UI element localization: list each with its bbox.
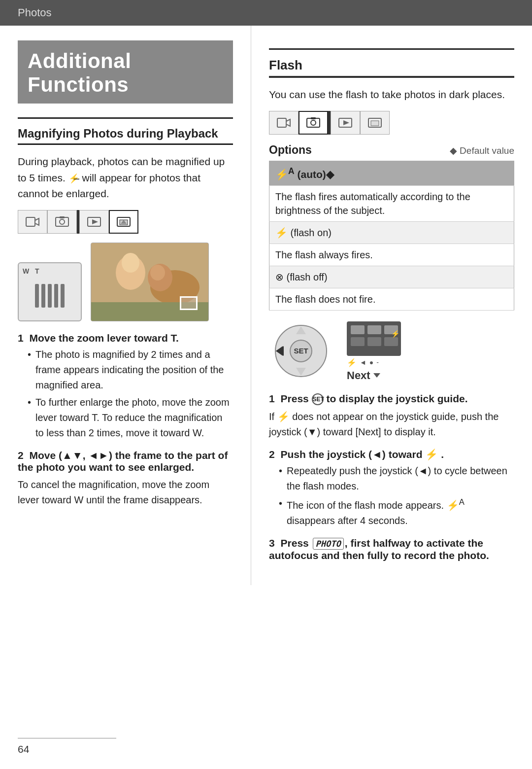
svg-marker-1 <box>35 218 39 225</box>
section-title-box: Additional Functions <box>18 40 233 104</box>
svg-rect-4 <box>60 216 65 218</box>
right-step-1-body: If ⚡ does not appear on the joystick gui… <box>269 409 514 440</box>
photo-preview <box>91 243 209 321</box>
right-step-3: 3 Press PHOTO, first halfway to activate… <box>269 537 514 561</box>
right-step-2-header: 2 Push the joystick (◄) toward ⚡ . <box>269 449 514 460</box>
right-step-3-title: Press PHOTO, first halfway to activate t… <box>269 537 489 561</box>
next-text: Next <box>347 369 370 382</box>
svg-rect-19 <box>307 118 320 127</box>
svg-point-3 <box>60 219 65 224</box>
step-1: 1 Move the zoom lever toward T. The phot… <box>18 332 233 441</box>
default-value-label: Default value <box>450 145 514 156</box>
joystick-area: SET ⚡ <box>269 321 514 382</box>
nav-left: ◄ <box>360 358 366 366</box>
r-mode-icon-photo <box>299 111 328 135</box>
chevron-down-icon <box>373 373 380 378</box>
section-title: Additional Functions <box>28 49 223 97</box>
step-1-num: 1 <box>18 332 24 344</box>
r-mode-icon-movie <box>269 111 299 135</box>
svg-text:⚡: ⚡ <box>391 330 400 338</box>
right-column: Flash You can use the flash to take phot… <box>251 26 532 585</box>
options-row-auto: ⚡A (auto)◆ <box>269 161 514 185</box>
mode-icon-photo <box>47 210 77 234</box>
set-button-icon: SET <box>312 393 324 405</box>
mode-icon-row-right <box>269 111 514 135</box>
svg-rect-34 <box>351 325 365 334</box>
options-row-flash-on-desc: The flash always fires. <box>269 244 514 266</box>
step-1-title: Move the zoom lever toward T. <box>30 332 179 344</box>
option-flash-off-label: ⊗ (flash off) <box>269 266 514 288</box>
photo-button-icon: PHOTO <box>313 538 344 550</box>
camera-diagram: W T <box>18 262 82 321</box>
page-number: 64 <box>18 738 116 755</box>
top-bar-label: Photos <box>18 6 52 19</box>
flash-sym-2: ● <box>369 358 373 366</box>
svg-rect-39 <box>384 337 398 346</box>
option-auto-desc: The flash fires automatically according … <box>269 185 514 221</box>
svg-point-15 <box>150 265 165 280</box>
left-column: Additional Functions Magnifying Photos d… <box>0 26 251 585</box>
right-step-2-bullet-2: The icon of the flash mode appears. ⚡A d… <box>279 496 514 528</box>
joystick-diagram: SET <box>269 321 333 381</box>
page-number-text: 64 <box>18 743 29 755</box>
next-icon-display: ⚡ <box>347 321 401 356</box>
step-2-num: 2 <box>18 450 24 461</box>
options-row: Options Default value <box>269 143 514 157</box>
step-1-bullet-1: The photo is magnified by 2 times and a … <box>28 347 233 393</box>
next-label-row: Next <box>347 369 380 382</box>
step-1-bullets: The photo is magnified by 2 times and a … <box>18 347 233 441</box>
intro-text: During playback, photos can be magnified… <box>18 154 233 202</box>
right-step-2-bullet-1: Repeatedly push the joystick (◄) to cycl… <box>279 463 514 494</box>
flash-sym-1: ⚡ <box>347 358 357 367</box>
svg-rect-21 <box>311 117 316 119</box>
next-sub-row: ⚡ ◄ ● - <box>347 358 379 367</box>
step-2-header: 2 Move (▲▼, ◄►) the frame to the part of… <box>18 450 233 473</box>
svg-marker-18 <box>286 119 290 126</box>
svg-rect-17 <box>277 118 286 127</box>
step-2-body: To cancel the magnification, move the zo… <box>18 477 233 508</box>
svg-marker-6 <box>92 219 98 224</box>
options-table: ⚡A (auto)◆ The flash fires automatically… <box>269 161 514 311</box>
step-2: 2 Move (▲▼, ◄►) the frame to the part of… <box>18 450 233 508</box>
option-auto-label: ⚡A (auto)◆ <box>269 161 514 185</box>
mode-icon-playback-photo <box>109 210 138 234</box>
svg-point-12 <box>122 253 139 273</box>
top-bar: Photos <box>0 0 532 26</box>
r-mode-icon-playback-movie <box>331 111 360 135</box>
svg-rect-0 <box>26 217 35 226</box>
svg-rect-35 <box>367 325 381 334</box>
joystick-svg: SET <box>269 321 333 381</box>
svg-point-20 <box>311 120 316 125</box>
r-mode-icon-playback-photo <box>360 111 390 135</box>
svg-rect-2 <box>56 217 68 226</box>
flash-heading: Flash <box>269 58 514 78</box>
camera-lines <box>35 284 65 308</box>
step-1-header: 1 Move the zoom lever toward T. <box>18 332 233 344</box>
mode-icon-movie <box>18 210 47 234</box>
svg-rect-25 <box>371 121 379 126</box>
mode-icon-row-left <box>18 210 233 234</box>
step-2-title: Move (▲▼, ◄►) the frame to the part of t… <box>18 450 228 473</box>
right-step-1-title: Press SET to display the joystick guide. <box>281 393 468 404</box>
option-flash-on-desc: The flash always fires. <box>269 244 514 266</box>
options-row-auto-desc: The flash fires automatically according … <box>269 185 514 221</box>
options-row-flash-off: ⊗ (flash off) <box>269 266 514 288</box>
right-divider-top <box>269 48 514 50</box>
svg-marker-23 <box>343 120 349 125</box>
svg-rect-38 <box>367 337 381 346</box>
right-step-2-bullets: Repeatedly push the joystick (◄) to cycl… <box>269 463 514 528</box>
step-1-bullet-2: To further enlarge the photo, move the z… <box>28 395 233 441</box>
option-flash-on-label: ⚡ (flash on) <box>269 221 514 244</box>
options-row-flash-on: ⚡ (flash on) <box>269 221 514 244</box>
nav-sep: - <box>376 358 379 366</box>
wt-label: W T <box>23 267 39 275</box>
right-step-1: 1 Press SET to display the joystick guid… <box>269 393 514 440</box>
options-row-flash-off-desc: The flash does not fire. <box>269 288 514 310</box>
next-panel: ⚡ ⚡ ◄ ● - Next <box>347 321 401 382</box>
option-flash-off-desc: The flash does not fire. <box>269 288 514 310</box>
options-label: Options <box>269 143 312 157</box>
flash-intro: You can use the flash to take photos in … <box>269 87 514 103</box>
mode-icon-playback-movie <box>79 210 109 234</box>
right-step-3-header: 3 Press PHOTO, first halfway to activate… <box>269 537 514 561</box>
subsection-heading: Magnifying Photos during Playback <box>18 127 233 145</box>
